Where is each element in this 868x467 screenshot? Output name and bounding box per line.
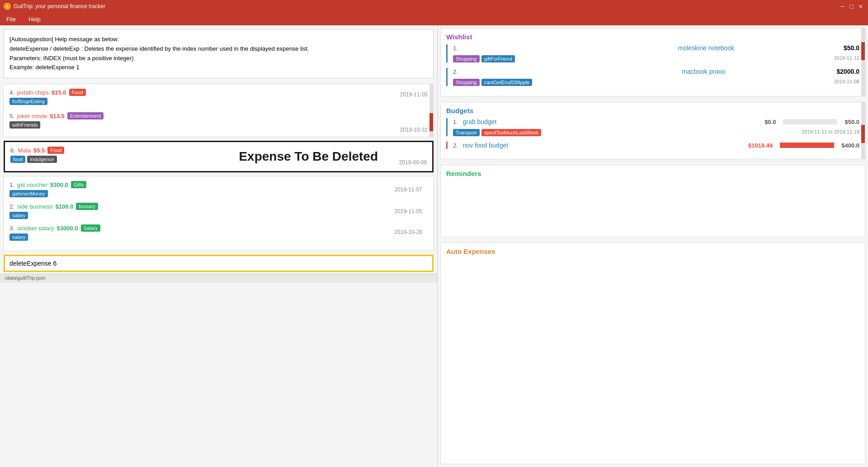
delete-label: Expense To Be Deleted bbox=[239, 149, 378, 164]
wishlist-1-tag-0: Shopping bbox=[453, 55, 480, 62]
budget-1-date: 2019-11-11 to 2019-11-18 bbox=[802, 129, 859, 134]
wishlist-1-tags: Shopping giftForFriend bbox=[453, 55, 515, 62]
expense-4-amount: $15.0 bbox=[52, 89, 66, 96]
expense-4-header: 4. potato chips $15.0 Food bbox=[9, 89, 428, 96]
menu-bar: File Help bbox=[0, 13, 868, 25]
income-3-index: 3. bbox=[9, 225, 14, 232]
status-path: .\data\guiltTrip.json bbox=[4, 275, 46, 281]
budget-1-tag-0: Transport bbox=[453, 129, 480, 136]
budget-2-max: $400.0 bbox=[841, 142, 859, 149]
wishlist-section: Wishlist 1. moleskine notebook $50.0 Sho… bbox=[440, 28, 865, 96]
budget-item-2: 2. nov food budget $1018.49 $400.0 bbox=[446, 142, 859, 149]
scroll-thumb[interactable] bbox=[429, 113, 433, 131]
command-input[interactable] bbox=[4, 255, 434, 272]
expense-5-header: 5. joker movie $13.5 Entertainment bbox=[9, 112, 428, 119]
income-1-header: 1. gst voucher $300.0 Gifts bbox=[9, 181, 428, 188]
budgets-section: Budgets 1. grab budget $0.0 $50.0 bbox=[440, 102, 865, 159]
budget-1-bar-container bbox=[783, 119, 837, 124]
income-section: 1. gst voucher $300.0 Gifts gahmenMoney … bbox=[4, 176, 434, 251]
main-container: [Autosuggestion] Help message as below: … bbox=[0, 25, 868, 467]
wishlist-scrollbar[interactable] bbox=[861, 29, 865, 96]
help-line-3: Parameters: INDEX (must be a positive in… bbox=[9, 54, 428, 63]
expense-6-amount: $5.5 bbox=[33, 147, 45, 154]
help-box: [Autosuggestion] Help message as below: … bbox=[4, 29, 434, 78]
income-1-index: 1. bbox=[9, 181, 14, 188]
wishlist-item-2: 2. macbook prooo $2000.0 Shopping cantGe… bbox=[446, 68, 859, 86]
budgets-scroll-thumb[interactable] bbox=[861, 125, 865, 143]
budget-2-current: $1018.49 bbox=[748, 142, 773, 149]
expense-4-category: Food bbox=[69, 89, 86, 96]
wishlist-2-name: macbook prooo bbox=[682, 68, 726, 75]
help-line-1: [Autosuggestion] Help message as below: bbox=[9, 35, 428, 44]
scrollbar[interactable] bbox=[429, 84, 433, 137]
wishlist-2-amount: $2000.0 bbox=[836, 68, 859, 75]
help-line-2: deleteExpense / deleteExp : Deletes the … bbox=[9, 44, 428, 54]
expense-5-index: 5. bbox=[9, 113, 14, 119]
expense-5-date: 2019-10-31 bbox=[400, 127, 428, 133]
income-1-tags: gahmenMoney bbox=[9, 190, 428, 197]
help-line-4: Example: deleteExpense 1 bbox=[9, 63, 428, 72]
close-button[interactable]: × bbox=[857, 3, 864, 10]
wishlist-2-index: 2. bbox=[453, 68, 458, 75]
minimize-button[interactable]: − bbox=[839, 3, 846, 10]
app-icon: ● bbox=[4, 3, 11, 10]
budget-1-current: $0.0 bbox=[764, 119, 776, 125]
expense-4-tags: forBingeEating bbox=[9, 98, 428, 105]
expense-6-index: 6. bbox=[10, 147, 15, 154]
income-2-date: 2019-11-05 bbox=[395, 208, 422, 214]
budget-1-name: grab budget bbox=[463, 118, 497, 125]
expense-5-tag-0: withFriends bbox=[9, 121, 40, 129]
income-3-header: 3. october salary $3000.0 Salary bbox=[9, 224, 428, 232]
wishlist-1-date: 2019-11-11 bbox=[834, 55, 859, 61]
budget-1-max: $50.0 bbox=[844, 119, 859, 125]
wishlist-1-tag-1: giftForFriend bbox=[481, 55, 515, 62]
wishlist-1-amount: $50.0 bbox=[844, 44, 859, 52]
income-2-index: 2. bbox=[9, 203, 14, 210]
wishlist-1-name: moleskine notebook bbox=[678, 44, 735, 52]
maximize-button[interactable]: □ bbox=[848, 3, 855, 10]
wishlist-scroll-thumb[interactable] bbox=[861, 42, 865, 60]
expense-item-5: 5. joker movie $13.5 Entertainment withF… bbox=[9, 112, 428, 129]
budget-2-bar-container bbox=[780, 143, 834, 148]
window-controls[interactable]: − □ × bbox=[839, 3, 864, 10]
wishlist-item-1: 1. moleskine notebook $50.0 Shopping gif… bbox=[446, 44, 859, 62]
expense-4-tag-0: forBingeEating bbox=[9, 98, 47, 105]
income-3-name: october salary bbox=[17, 225, 54, 232]
income-3-tags: salary bbox=[9, 234, 428, 241]
right-panel: Wishlist 1. moleskine notebook $50.0 Sho… bbox=[437, 25, 868, 467]
status-bar: .\data\guiltTrip.json bbox=[0, 274, 437, 283]
budgets-scrollbar[interactable] bbox=[861, 102, 865, 159]
expense-4-name: potato chips bbox=[17, 89, 49, 96]
reminders-title: Reminders bbox=[446, 170, 859, 177]
income-2-header: 2. side business $100.0 bursary bbox=[9, 203, 428, 210]
left-panel: [Autosuggestion] Help message as below: … bbox=[0, 25, 437, 467]
budget-1-index: 1. bbox=[453, 119, 458, 125]
expense-5-name: joker movie bbox=[17, 113, 47, 119]
budget-2-name: nov food budget bbox=[463, 142, 508, 149]
income-1-name: gst voucher bbox=[17, 181, 47, 188]
income-1-tag-0: gahmenMoney bbox=[9, 190, 48, 197]
auto-expenses-section: Auto Expenses bbox=[440, 243, 865, 464]
expense-6-tag-0: food bbox=[10, 156, 25, 163]
title-bar-left: ● GuilTrip: your personal finance tracke… bbox=[4, 3, 105, 10]
income-3-amount: $3000.0 bbox=[57, 225, 78, 232]
budget-1-tags: Transport spentTooMuchLastWeek bbox=[453, 129, 541, 136]
income-3-date: 2019-10-28 bbox=[395, 229, 422, 235]
wishlist-2-tag-0: Shopping bbox=[453, 79, 480, 86]
income-2-tag-0: salary bbox=[9, 212, 28, 219]
budget-item-1: 1. grab budget $0.0 $50.0 Transport bbox=[446, 118, 859, 136]
income-3-tag-0: salary bbox=[9, 234, 28, 241]
expense-4-date: 2019-11-05 bbox=[400, 91, 428, 98]
income-item-3: 3. october salary $3000.0 Salary salary … bbox=[9, 224, 428, 241]
command-bar bbox=[4, 255, 434, 272]
menu-help[interactable]: Help bbox=[26, 15, 43, 24]
expense-5-amount: $13.5 bbox=[50, 113, 65, 119]
income-2-category: bursary bbox=[76, 203, 98, 210]
wishlist-2-header: 2. macbook prooo $2000.0 bbox=[453, 68, 859, 75]
app-title: GuilTrip: your personal finance tracker bbox=[14, 3, 105, 10]
menu-file[interactable]: File bbox=[4, 15, 19, 24]
income-2-name: side business bbox=[17, 203, 53, 210]
income-1-category: Gifts bbox=[71, 181, 87, 188]
wishlist-1-index: 1. bbox=[453, 45, 458, 52]
reminders-section: Reminders bbox=[440, 165, 865, 237]
